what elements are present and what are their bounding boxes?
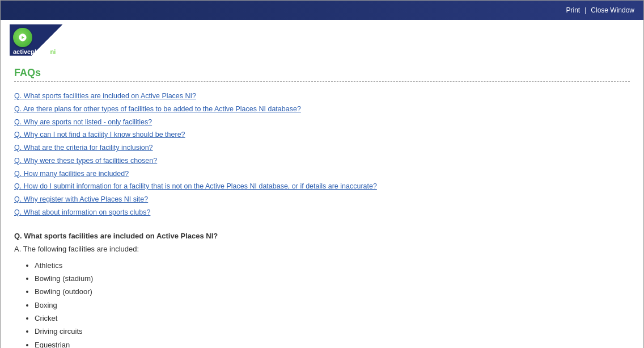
list-item: Equestrian xyxy=(35,338,630,348)
faq-link-5[interactable]: Q. Why were these types of facilities ch… xyxy=(14,156,630,166)
faq-link-8[interactable]: Q. Why register with Active Places NI si… xyxy=(14,194,630,205)
list-item: Athletics xyxy=(35,259,630,272)
logo-shape: activeplacesni xyxy=(10,24,66,56)
top-bar-actions: Print | Close Window xyxy=(566,6,634,14)
print-link[interactable]: Print xyxy=(566,6,580,14)
list-item: Bowling (stadium) xyxy=(35,272,630,285)
faq-link-7[interactable]: Q. How do I submit information for a fac… xyxy=(14,181,630,192)
faq-link-6[interactable]: Q. How many facilities are included? xyxy=(14,169,630,179)
top-bar: Print | Close Window xyxy=(1,1,643,20)
page-title: FAQs xyxy=(14,67,630,79)
logo-wrapper: activeplacesni xyxy=(10,24,634,56)
brand-ni: ni xyxy=(50,48,56,55)
faq-link-0[interactable]: Q. What sports facilities are included o… xyxy=(14,91,630,102)
logo-icon xyxy=(13,28,32,47)
list-item: Cricket xyxy=(35,312,630,325)
close-window-link[interactable]: Close Window xyxy=(591,6,634,14)
header-area: activeplacesni xyxy=(1,20,643,58)
faq-link-9[interactable]: Q. What about information on sports club… xyxy=(14,207,630,218)
faq-link-2[interactable]: Q. Why are sports not listed - only faci… xyxy=(14,117,630,128)
faq-link-4[interactable]: Q. What are the criteria for facility in… xyxy=(14,142,630,153)
faq-answer-intro: A. The following facilities are included… xyxy=(14,245,630,253)
list-item: Driving circuits xyxy=(35,325,630,338)
list-item: Bowling (outdoor) xyxy=(35,285,630,298)
logo-svg-icon xyxy=(17,32,28,43)
brand-name: active xyxy=(13,48,31,55)
window-frame: Print | Close Window activeplacesni xyxy=(0,0,644,348)
content-area: FAQs Q. What sports facilities are inclu… xyxy=(1,58,643,348)
list-item: Boxing xyxy=(35,299,630,312)
brand-text: activeplacesni xyxy=(13,48,56,55)
faq-answer-question: Q. What sports facilities are included o… xyxy=(14,232,630,240)
logo-content: activeplacesni xyxy=(10,24,66,56)
top-bar-divider: | xyxy=(584,6,586,14)
faq-link-3[interactable]: Q. Why can I not find a facility I know … xyxy=(14,129,630,140)
title-divider xyxy=(14,81,630,82)
faq-answer-section: Q. What sports facilities are included o… xyxy=(14,232,630,349)
faq-link-1[interactable]: Q. Are there plans for other types of fa… xyxy=(14,104,630,115)
faq-links-section: Q. What sports facilities are included o… xyxy=(14,91,630,218)
facilities-list: AthleticsBowling (stadium)Bowling (outdo… xyxy=(14,259,630,349)
brand-suffix: places xyxy=(31,48,50,55)
